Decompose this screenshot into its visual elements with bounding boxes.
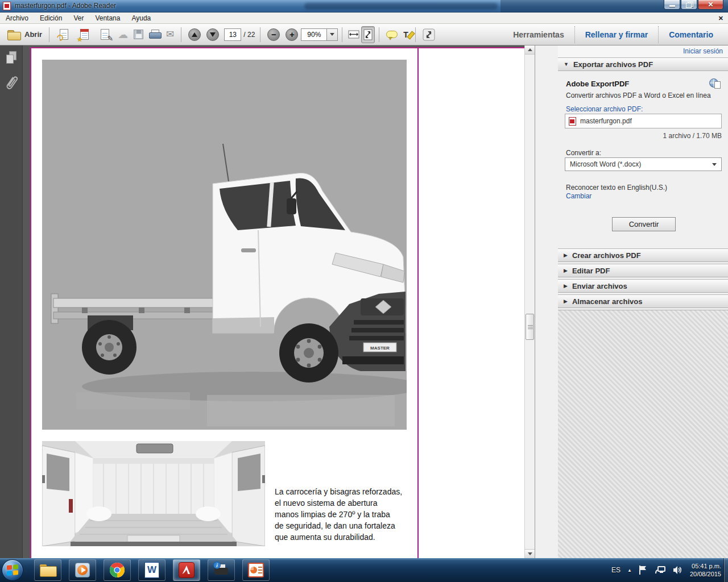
send-files-section-header[interactable]: ▶ Enviar archivos [558, 279, 728, 293]
pdf-file-icon [569, 117, 576, 126]
zoom-in-button[interactable]: + [283, 26, 301, 43]
open-button[interactable]: Abrir [5, 26, 45, 43]
store-files-section-header[interactable]: ▶ Almacenar archivos [558, 294, 728, 308]
previous-page-button[interactable] [185, 26, 204, 43]
expand-triangle-icon: ▶ [564, 283, 568, 289]
restore-button[interactable] [681, 0, 697, 10]
crop-guide-line [417, 48, 419, 558]
main-area: MASTER [0, 45, 728, 558]
expand-triangle-icon: ▶ [564, 268, 568, 273]
highlight-text-icon: T [403, 30, 408, 39]
scroll-down-button[interactable] [525, 549, 535, 558]
separator [379, 27, 379, 42]
taskbar-explorer-button[interactable] [34, 559, 61, 581]
hidden-icons-button[interactable]: ▲ [627, 568, 632, 573]
system-tray: ES ▲ 05:41 p.m. 20/08/2015 [611, 558, 721, 582]
tools-panel: Iniciar sesión ▼ Exportar archivos PDF A… [535, 45, 728, 558]
zoom-dropdown-button[interactable] [327, 28, 338, 41]
taskbar-powerpoint-button[interactable] [242, 559, 270, 581]
taskbar-word-button[interactable]: W [138, 559, 166, 581]
panel-empty-area [558, 310, 728, 558]
signin-row: Iniciar sesión [558, 45, 728, 57]
export-pdf-section-header[interactable]: ▼ Exportar archivos PDF [558, 57, 728, 71]
toolbar: Abrir ★ ✎ ☁ ✉ / 22 [0, 24, 728, 45]
scroll-up-icon [528, 48, 532, 51]
comment-bubble-icon [386, 31, 398, 38]
tray-time: 05:41 p.m. [690, 562, 721, 570]
language-indicator[interactable]: ES [611, 566, 621, 574]
vertical-scrollbar[interactable] [524, 45, 535, 558]
format-dropdown[interactable]: Microsoft Word (*.docx) [565, 157, 722, 171]
start-button[interactable] [2, 559, 23, 581]
restore-icon [686, 2, 693, 8]
document-area[interactable]: MASTER [23, 45, 547, 558]
pdf-page: MASTER [30, 47, 539, 558]
taskbar-adobe-reader-button[interactable] [173, 559, 200, 581]
fit-page-button[interactable] [361, 26, 375, 43]
navigation-sidebar [0, 45, 23, 558]
fit-width-button[interactable] [346, 26, 361, 43]
tools-panel-button[interactable]: Herramientas [503, 24, 574, 45]
show-desktop-button[interactable] [723, 558, 728, 582]
pdf-app-icon [3, 2, 11, 10]
selected-file-box[interactable]: masterfurgon.pdf [565, 114, 722, 128]
convert-button[interactable]: Convertir [612, 217, 676, 231]
menu-ventana[interactable]: Ventana [89, 13, 126, 24]
scroll-down-icon [528, 552, 532, 555]
selected-file-name: masterfurgon.pdf [580, 117, 632, 125]
exportpdf-app-name: Adobe ExportPDF [566, 80, 629, 88]
create-pdf-section-header[interactable]: ▶ Crear archivos PDF [558, 248, 728, 262]
export-pdf-button[interactable] [53, 26, 74, 43]
edit-pdf-section-header[interactable]: ▶ Editar PDF [558, 264, 728, 277]
page-number-input[interactable] [224, 28, 241, 41]
printer-tool-icon: i [213, 563, 229, 577]
taskbar-printer-tool-button[interactable]: i [208, 559, 235, 581]
separator [260, 27, 260, 42]
toolbar-panels: Herramientas Rellenar y firmar Comentari… [503, 24, 723, 45]
menu-ver[interactable]: Ver [68, 13, 89, 24]
print-button[interactable] [146, 26, 163, 43]
exportpdf-online-icon [709, 78, 721, 89]
action-center-flag-icon[interactable] [639, 565, 648, 575]
van-illustration: MASTER [42, 60, 407, 430]
save-button[interactable] [131, 26, 146, 43]
save-icon [134, 30, 143, 39]
cloud-upload-button[interactable]: ☁ [115, 26, 131, 43]
menu-edicion[interactable]: Edición [34, 13, 68, 24]
sign-in-link[interactable]: Iniciar sesión [683, 47, 723, 55]
attachments-paperclip-icon[interactable] [5, 74, 18, 93]
chevron-down-icon [330, 33, 334, 36]
email-button[interactable]: ✉ [163, 26, 177, 43]
network-icon[interactable] [655, 566, 666, 575]
scroll-up-button[interactable] [525, 45, 535, 55]
zoom-out-button[interactable]: − [264, 26, 283, 43]
menu-archivo[interactable]: Archivo [0, 13, 34, 24]
next-page-button[interactable] [204, 26, 222, 43]
separator [181, 27, 181, 42]
minimize-button[interactable] [664, 0, 680, 10]
comment-bubble-button[interactable] [383, 26, 400, 43]
menu-ayuda[interactable]: Ayuda [126, 13, 156, 24]
volume-icon[interactable] [673, 566, 683, 575]
close-button[interactable]: ✕ [698, 0, 723, 10]
chrome-icon [109, 562, 125, 578]
zoom-level-value[interactable]: 90% [301, 28, 327, 41]
menubar-close-icon[interactable]: ✕ [718, 13, 723, 24]
window-title: masterfurgon.pdf - Adobe Reader [15, 2, 116, 10]
page-down-icon [210, 32, 216, 37]
section-title: Almacenar archivos [572, 297, 643, 306]
fullscreen-button[interactable] [420, 26, 438, 43]
scrollbar-thumb[interactable] [526, 314, 534, 340]
change-language-link[interactable]: Cambiar [566, 192, 592, 200]
page-thumbnails-icon[interactable] [6, 51, 16, 64]
highlight-text-button[interactable]: T [400, 26, 411, 43]
taskbar-chrome-button[interactable] [104, 559, 131, 581]
fill-sign-tool-button[interactable]: ✎ [94, 26, 115, 43]
taskbar-media-player-button[interactable] [69, 559, 96, 581]
comment-panel-button[interactable]: Comentario [659, 24, 723, 45]
fullscreen-icon [423, 28, 435, 41]
clock[interactable]: 05:41 p.m. 20/08/2015 [690, 562, 721, 578]
fill-sign-panel-button[interactable]: Rellenar y firmar [575, 24, 659, 45]
create-pdf-button[interactable]: ★ [74, 26, 94, 43]
interior-photo [42, 441, 265, 546]
